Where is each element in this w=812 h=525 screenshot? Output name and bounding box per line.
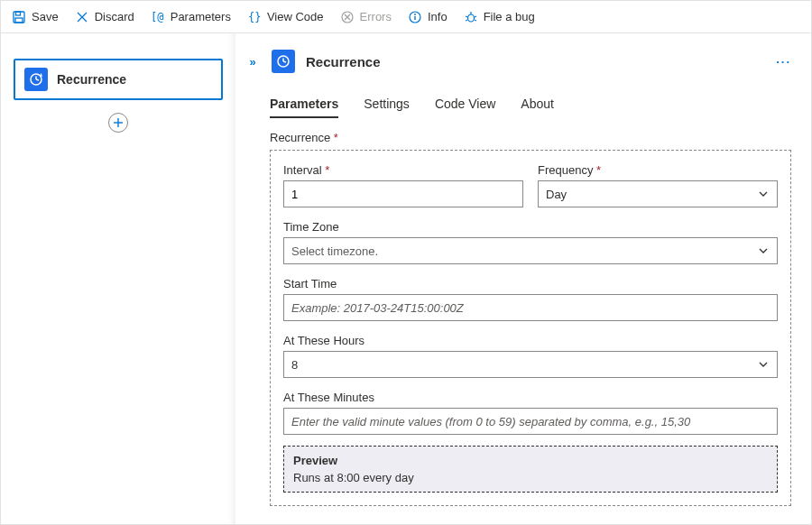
- save-icon: [12, 10, 26, 24]
- discard-icon: [75, 10, 89, 24]
- info-button[interactable]: Info: [408, 10, 448, 24]
- canvas-panel: Recurrence: [1, 33, 235, 525]
- file-bug-label: File a bug: [484, 10, 535, 23]
- recurrence-field-group: Interval Frequency Day Time Zone Select …: [270, 150, 791, 506]
- svg-line-17: [466, 20, 467, 21]
- chevron-down-icon: [757, 244, 770, 257]
- chevron-down-icon: [757, 188, 770, 200]
- chevron-down-icon: [757, 358, 770, 371]
- svg-line-15: [466, 16, 467, 17]
- main-area: Recurrence » Recurrence ··· Parameters S…: [1, 33, 811, 525]
- errors-button: Errors: [340, 10, 392, 24]
- svg-rect-1: [16, 12, 21, 15]
- parameters-icon: [@]: [151, 10, 165, 24]
- file-bug-button[interactable]: File a bug: [464, 10, 535, 24]
- section-label-recurrence: Recurrence: [270, 131, 791, 144]
- recurrence-icon: [272, 50, 295, 73]
- timezone-placeholder: Select timezone.: [291, 244, 378, 258]
- svg-rect-2: [15, 18, 23, 23]
- preview-title: Preview: [293, 454, 768, 467]
- tab-code-view[interactable]: Code View: [435, 97, 495, 118]
- at-hours-label: At These Hours: [283, 334, 778, 347]
- plus-icon: [113, 117, 124, 128]
- collapse-panel-button[interactable]: »: [245, 55, 261, 69]
- tab-parameters[interactable]: Parameters: [270, 97, 338, 118]
- svg-line-26: [283, 61, 286, 62]
- parameters-label: Parameters: [171, 10, 231, 23]
- recurrence-icon: [24, 68, 48, 91]
- at-hours-value: 8: [291, 358, 298, 372]
- save-label: Save: [32, 10, 59, 23]
- at-hours-select[interactable]: 8: [283, 351, 778, 378]
- view-code-label: View Code: [267, 10, 324, 23]
- tab-about[interactable]: About: [521, 97, 554, 118]
- errors-label: Errors: [360, 10, 392, 23]
- parameters-button[interactable]: [@] Parameters: [151, 10, 231, 24]
- interval-label: Interval: [283, 163, 523, 177]
- svg-text:[@]: [@]: [151, 11, 165, 23]
- info-icon: [408, 10, 422, 24]
- svg-line-21: [36, 79, 39, 80]
- timezone-label: Time Zone: [283, 220, 778, 234]
- timezone-select[interactable]: Select timezone.: [283, 237, 778, 264]
- frequency-value: Day: [546, 188, 567, 201]
- info-label: Info: [428, 10, 448, 23]
- more-menu-button[interactable]: ···: [776, 55, 791, 69]
- trigger-node-recurrence[interactable]: Recurrence: [14, 59, 223, 100]
- svg-line-16: [475, 16, 476, 17]
- toolbar: Save Discard [@] Parameters {} View Code…: [1, 1, 811, 33]
- frequency-select[interactable]: Day: [538, 180, 778, 207]
- discard-label: Discard: [95, 10, 134, 23]
- frequency-label: Frequency: [538, 163, 778, 177]
- view-code-button[interactable]: {} View Code: [247, 10, 324, 24]
- trigger-node-title: Recurrence: [57, 72, 126, 87]
- panel-tabs: Parameters Settings Code View About: [270, 97, 791, 118]
- preview-box: Preview Runs at 8:00 every day: [283, 446, 778, 493]
- discard-button[interactable]: Discard: [75, 10, 134, 24]
- at-minutes-input[interactable]: [283, 408, 778, 435]
- tab-settings[interactable]: Settings: [364, 97, 410, 118]
- svg-point-13: [467, 14, 474, 22]
- details-panel: » Recurrence ··· Parameters Settings Cod…: [235, 33, 811, 525]
- start-time-input[interactable]: [283, 294, 778, 321]
- svg-point-11: [414, 14, 416, 15]
- svg-text:{}: {}: [248, 11, 261, 23]
- start-time-label: Start Time: [283, 277, 778, 290]
- error-icon: [340, 10, 355, 24]
- preview-text: Runs at 8:00 every day: [293, 471, 768, 484]
- braces-icon: {}: [247, 10, 262, 24]
- panel-title: Recurrence: [306, 54, 381, 69]
- bug-icon: [464, 10, 478, 24]
- svg-line-18: [475, 20, 476, 21]
- interval-input[interactable]: [283, 180, 523, 207]
- at-minutes-label: At These Minutes: [283, 391, 778, 404]
- add-step-button[interactable]: [108, 113, 128, 133]
- save-button[interactable]: Save: [12, 10, 59, 24]
